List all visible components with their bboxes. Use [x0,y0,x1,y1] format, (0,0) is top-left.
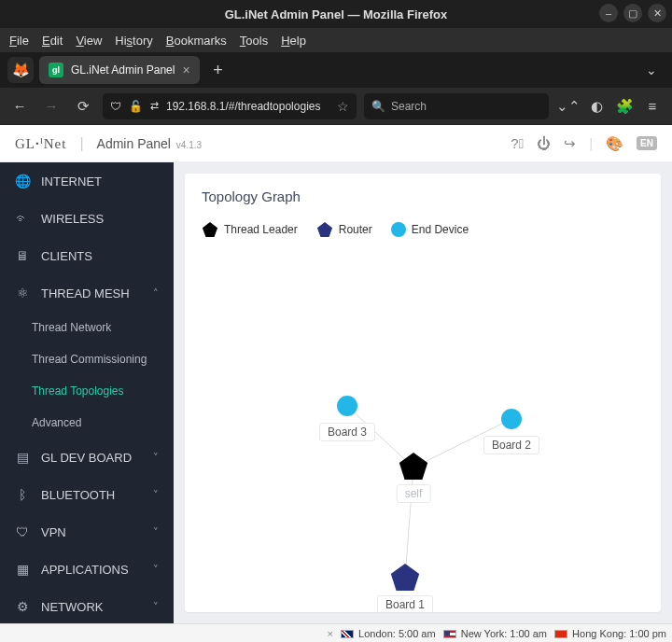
sidebar-item-bluetooth[interactable]: ᛒBLUETOOTH˅ [0,476,174,513]
browser-tab[interactable]: gl GL.iNet Admin Panel × [39,56,200,84]
clock-new-york: New York: 1:00 am [443,628,547,639]
graph-node-board2[interactable] [501,409,522,429]
browser-tabstrip: 🦊 gl GL.iNet Admin Panel × + ⌄ [0,52,672,88]
sidebar-item-label: CLIENTS [41,249,92,263]
globe-icon: 🌐 [15,174,30,188]
devices-icon: 🖥 [15,248,30,263]
shield-icon: 🛡 [15,524,30,539]
content-area: Topology Graph Thread LeaderRouterEnd De… [174,162,672,623]
extensions-icon[interactable]: 🧩 [612,94,637,119]
sidebar-item-applications[interactable]: ▦APPLICATIONS˅ [0,551,174,588]
graph-node-label-board2: Board 2 [483,436,539,454]
graph-node-label-self: self [397,484,431,503]
sidebar-item-vpn[interactable]: 🛡VPN˅ [0,513,174,551]
flag-hk-icon [554,630,567,638]
chevron-down-icon: ˅ [153,601,159,613]
sidebar-subitem-thread-commissioning[interactable]: Thread Commissioning [0,343,174,375]
url-input[interactable]: 🛡 🔓 ⇄ 192.168.8.1/#/threadtopologies ☆ [103,93,357,119]
sidebar-item-network[interactable]: ⚙NETWORK˅ [0,588,174,623]
sidebar-subitem-advanced[interactable]: Advanced [0,407,174,439]
sidebar-item-wireless[interactable]: ᯤWIRELESS [0,200,174,237]
legend-entry-router: Router [316,221,372,238]
pentagon-icon [202,221,218,238]
bt-icon: ᛒ [15,487,30,502]
menu-bookmarks[interactable]: Bookmarks [166,34,227,48]
statusbar-close-icon[interactable]: × [328,628,333,639]
pentagon-icon [316,221,333,238]
search-icon: 🔍 [371,100,385,113]
window-titlebar: GL.iNet Admin Panel — Mozilla Firefox – … [0,0,672,28]
search-input[interactable]: 🔍 Search [364,93,549,119]
pocket-icon[interactable]: ⌄⌃ [556,94,581,119]
net-icon: ⚙ [15,599,30,614]
sidebar: 🌐INTERNETᯤWIRELESS🖥CLIENTS⚛THREAD MESH˄T… [0,162,174,623]
power-icon[interactable]: ⏻ [537,135,551,151]
brand-logo: GL·ᴵNet [15,135,66,152]
tab-favicon-icon: gl [49,63,63,77]
status-bar: × London: 5:00 am New York: 1:00 am Hong… [0,623,672,642]
browser-menubar: File Edit View History Bookmarks Tools H… [0,28,672,52]
legend-entry-end-device: End Device [391,222,469,237]
sidebar-subitem-thread-network[interactable]: Thread Network [0,312,174,343]
sidebar-item-label: BLUETOOTH [41,488,115,502]
menu-view[interactable]: View [76,34,102,48]
flag-us-icon [443,630,456,638]
sidebar-item-gl-dev-board[interactable]: ▤GL DEV BOARD˅ [0,439,174,476]
topology-graph[interactable]: selfBoard 1Board 2Board 3 [185,245,661,609]
help-icon[interactable]: ?⃝ [511,135,524,151]
sidebar-item-internet[interactable]: 🌐INTERNET [0,162,174,200]
nav-forward-button[interactable]: → [39,94,63,119]
nav-reload-button[interactable]: ⟳ [71,94,95,119]
svg-marker-0 [203,222,217,237]
legend-label: End Device [412,223,469,236]
window-close-button[interactable]: ✕ [648,4,666,22]
admin-header: GL·ᴵNet | Admin Panel v4.1.3 ?⃝ ⏻ ↪ | 🎨 … [0,125,672,162]
chevron-up-icon: ˄ [153,287,159,300]
graph-node-self[interactable] [399,453,427,480]
menu-edit[interactable]: Edit [42,34,63,48]
card-title: Topology Graph [185,174,661,214]
wifi-icon: ᯤ [15,211,30,226]
sidebar-subitem-thread-topologies[interactable]: Thread Topologies [0,375,174,407]
graph-node-board3[interactable] [337,396,357,416]
clock-hong-kong: Hong Kong: 1:00 pm [554,628,666,639]
window-minimize-button[interactable]: – [599,4,618,22]
panel-title: Admin Panel v4.1.3 [97,136,203,151]
menu-file[interactable]: File [9,34,29,48]
sidebar-item-thread-mesh[interactable]: ⚛THREAD MESH˄ [0,274,174,312]
graph-node-board1[interactable] [391,564,419,591]
sidebar-item-label: INTERNET [41,174,102,188]
menu-history[interactable]: History [115,34,152,48]
sidebar-item-label: GL DEV BOARD [41,451,132,465]
menu-help[interactable]: Help [281,34,306,48]
sidebar-item-label: NETWORK [41,600,103,614]
new-tab-button[interactable]: + [205,57,231,83]
circle-icon [391,222,406,237]
bookmark-star-icon[interactable]: ☆ [337,99,349,114]
tab-title: GL.iNet Admin Panel [71,63,175,77]
language-badge[interactable]: EN [637,136,657,150]
theme-icon[interactable]: 🎨 [606,135,623,152]
sidebar-item-label: WIRELESS [41,212,104,226]
account-icon[interactable]: ◐ [584,94,609,119]
tab-close-button[interactable]: × [182,63,189,77]
legend-entry-thread-leader: Thread Leader [202,221,298,238]
sidebar-item-clients[interactable]: 🖥CLIENTS [0,237,174,274]
legend-label: Thread Leader [224,223,298,236]
apps-icon: ▦ [15,562,30,577]
nav-back-button[interactable]: ← [7,94,32,119]
window-title: GL.iNet Admin Panel — Mozilla Firefox [225,7,448,21]
hamburger-menu-button[interactable]: ≡ [640,94,665,119]
lock-icon: 🔓 [129,100,143,113]
url-text: 192.168.8.1/#/threadtopologies [166,100,320,113]
browser-urlbar: ← → ⟳ 🛡 🔓 ⇄ 192.168.8.1/#/threadtopologi… [0,88,672,125]
tabs-dropdown-button[interactable]: ⌄ [638,57,665,83]
permissions-icon: ⇄ [150,100,159,112]
window-maximize-button[interactable]: ▢ [623,4,642,22]
chevron-down-icon: ˅ [153,526,159,538]
menu-tools[interactable]: Tools [240,34,268,48]
logout-icon[interactable]: ↪ [564,135,576,152]
board-icon: ▤ [15,450,30,465]
chevron-down-icon: ˅ [153,489,159,501]
svg-marker-1 [317,222,332,237]
